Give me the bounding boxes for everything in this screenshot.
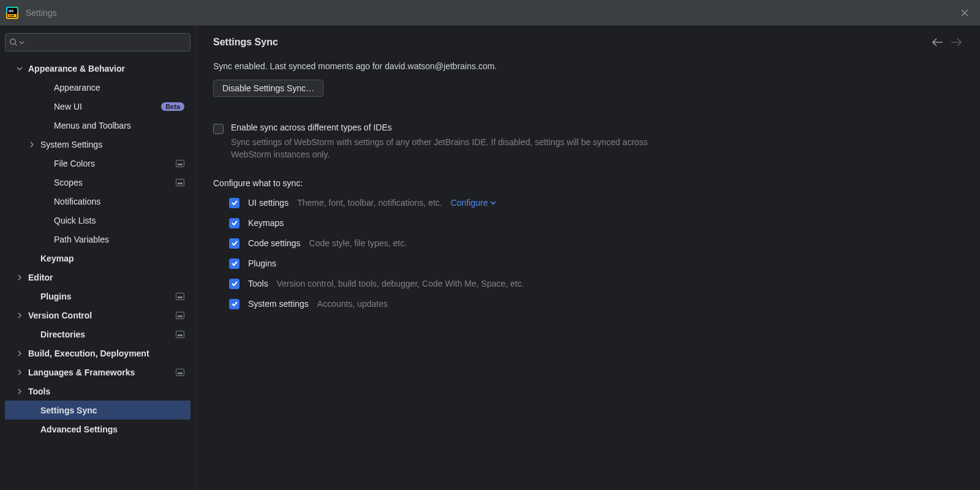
sidebar-item-label: Notifications (54, 197, 184, 206)
sidebar-item-build-execution-deployment[interactable]: Build, Execution, Deployment (5, 344, 190, 363)
sync-options-list: UI settings Theme, font, toolbar, notifi… (213, 198, 962, 309)
sidebar-item-label: New UI (54, 102, 156, 111)
sync-item-label: UI settings (248, 198, 288, 208)
nav-arrows (932, 38, 962, 47)
sync-row-plugins: Plugins (229, 258, 962, 269)
sidebar-item-path-variables[interactable]: Path Variables (5, 230, 190, 249)
close-icon (960, 9, 969, 17)
sync-row-tools: Tools Version control, build tools, debu… (229, 279, 962, 289)
chevron-right-icon (15, 368, 24, 377)
configure-ui-settings-link[interactable]: Configure (451, 198, 497, 208)
sync-tools-checkbox[interactable] (229, 279, 239, 289)
forward-button[interactable] (951, 38, 962, 47)
sync-row-code-settings: Code settings Code style, file types, et… (229, 238, 962, 249)
sync-row-system-settings: System settings Accounts, updates (229, 299, 962, 309)
arrow-right-icon (951, 38, 962, 47)
sync-code-settings-checkbox[interactable] (229, 238, 239, 249)
sidebar-item-quick-lists[interactable]: Quick Lists (5, 211, 190, 230)
sidebar-item-appearance[interactable]: Appearance (5, 78, 190, 97)
enable-cross-ide-checkbox[interactable] (213, 124, 224, 134)
checkmark-icon (231, 219, 238, 227)
sidebar-item-advanced-settings[interactable]: Advanced Settings (5, 420, 190, 439)
project-scope-icon (176, 179, 184, 186)
sync-item-label: Plugins (248, 258, 276, 268)
project-scope-icon (176, 293, 184, 300)
search-input[interactable] (27, 37, 186, 47)
sidebar-item-directories[interactable]: Directories (5, 325, 190, 344)
sidebar-item-notifications[interactable]: Notifications (5, 192, 190, 211)
chevron-down-icon (15, 64, 24, 74)
window-title: Settings (26, 8, 57, 18)
sidebar-item-version-control[interactable]: Version Control (5, 306, 190, 325)
checkmark-icon (231, 280, 238, 287)
sidebar-item-label: File Colors (54, 159, 171, 168)
svg-text:WS: WS (9, 9, 14, 13)
sidebar-item-scopes[interactable]: Scopes (5, 173, 190, 192)
sidebar-item-label: Appearance & Behavior (28, 64, 184, 74)
chevron-right-icon (15, 349, 24, 358)
sidebar-item-plugins[interactable]: Plugins (5, 287, 190, 306)
sidebar-item-label: Quick Lists (54, 216, 184, 225)
sidebar-item-editor[interactable]: Editor (5, 268, 190, 287)
sidebar-item-label: Settings Sync (40, 405, 184, 415)
sidebar-item-label: Directories (40, 330, 171, 339)
checkmark-icon (231, 239, 238, 247)
sidebar-item-tools[interactable]: Tools (5, 382, 190, 401)
back-button[interactable] (932, 38, 943, 47)
sync-item-label: Code settings (248, 238, 301, 248)
sync-ui-settings-checkbox[interactable] (229, 198, 239, 208)
configure-link-label: Configure (451, 198, 488, 208)
sidebar-item-label: Languages & Frameworks (28, 368, 171, 377)
settings-tree: Appearance & Behavior Appearance New UI … (5, 59, 190, 490)
chevron-down-icon (490, 200, 496, 206)
sync-row-ui-settings: UI settings Theme, font, toolbar, notifi… (229, 198, 962, 208)
sidebar-item-menus-toolbars[interactable]: Menus and Toolbars (5, 116, 190, 135)
main-panel: Settings Sync Sync enabled. Last synced … (196, 26, 980, 490)
beta-badge: Beta (161, 102, 184, 111)
close-button[interactable] (956, 4, 974, 22)
configure-what-to-sync-title: Configure what to sync: (213, 178, 962, 188)
chevron-right-icon (15, 273, 24, 282)
chevron-right-icon (15, 311, 24, 320)
sidebar-item-label: System Settings (40, 140, 184, 149)
sidebar-item-label: Tools (28, 386, 184, 396)
project-scope-icon (176, 331, 184, 338)
sync-row-keymaps: Keymaps (229, 218, 962, 228)
sidebar-item-new-ui[interactable]: New UI Beta (5, 97, 190, 116)
sidebar-item-label: Plugins (40, 292, 171, 301)
sidebar-item-keymap[interactable]: Keymap (5, 249, 190, 268)
sync-item-hint: Accounts, updates (317, 299, 388, 309)
sync-item-hint: Theme, font, toolbar, notifications, etc… (297, 198, 442, 208)
sidebar-item-appearance-behavior[interactable]: Appearance & Behavior (5, 59, 190, 78)
enable-cross-ide-label: Enable sync across different types of ID… (231, 123, 660, 132)
search-input-wrap[interactable] (5, 33, 190, 51)
sidebar-item-label: Scopes (54, 178, 171, 187)
chevron-down-icon (19, 40, 24, 45)
sync-item-hint: Version control, build tools, debugger, … (277, 279, 524, 288)
sync-status-text: Sync enabled. Last synced moments ago fo… (213, 61, 962, 71)
search-icon (9, 38, 18, 47)
sidebar-item-label: Advanced Settings (40, 424, 184, 434)
svg-point-7 (10, 39, 16, 45)
sidebar-item-languages-frameworks[interactable]: Languages & Frameworks (5, 363, 190, 382)
sync-item-hint: Code style, file types, etc. (309, 238, 407, 248)
app-icon: WS EAP (6, 7, 18, 19)
sync-item-label: Tools (248, 279, 268, 288)
enable-cross-ide-description: Sync settings of WebStorm with settings … (231, 136, 660, 161)
project-scope-icon (176, 160, 184, 167)
sidebar-item-label: Keymap (40, 254, 184, 263)
sync-item-label: System settings (248, 299, 309, 309)
checkmark-icon (231, 300, 238, 307)
sidebar-item-label: Editor (28, 273, 184, 282)
sidebar-item-system-settings[interactable]: System Settings (5, 135, 190, 154)
project-scope-icon (176, 312, 184, 319)
sidebar-item-label: Version Control (28, 311, 171, 320)
sidebar-item-settings-sync[interactable]: Settings Sync (5, 401, 190, 420)
sync-item-label: Keymaps (248, 218, 284, 228)
sidebar-item-file-colors[interactable]: File Colors (5, 154, 190, 173)
sync-system-settings-checkbox[interactable] (229, 299, 239, 309)
sync-keymaps-checkbox[interactable] (229, 218, 239, 228)
checkmark-icon (231, 199, 238, 206)
sync-plugins-checkbox[interactable] (229, 258, 239, 269)
disable-settings-sync-button[interactable]: Disable Settings Sync… (213, 80, 323, 97)
